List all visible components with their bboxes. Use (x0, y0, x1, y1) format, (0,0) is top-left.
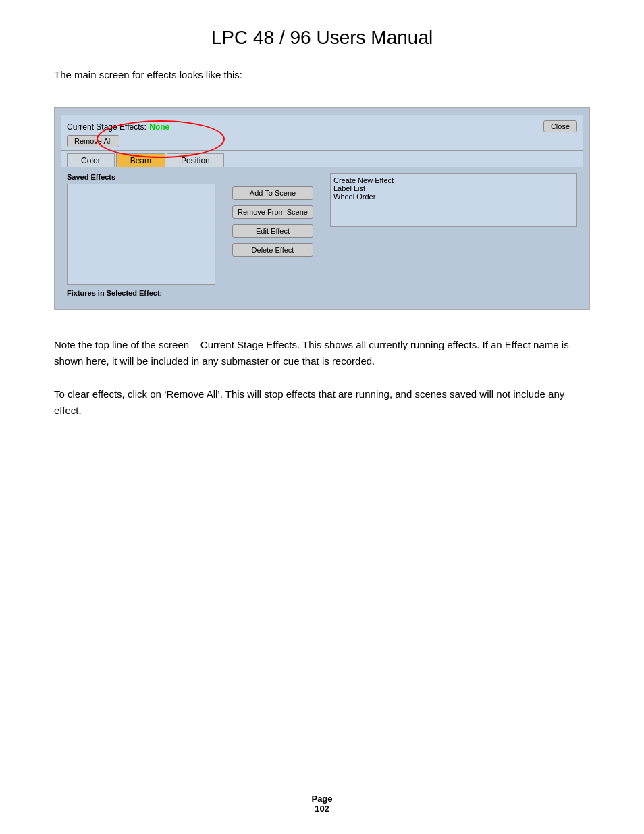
remove-from-scene-button[interactable]: Remove From Scene (232, 205, 313, 219)
edit-effect-button[interactable]: Edit Effect (232, 224, 313, 238)
body-text-1: Note the top line of the screen – Curren… (0, 330, 644, 380)
right-panel: Create New Effect Label List Wheel Order (330, 173, 577, 297)
current-stage-label: Current Stage Effects: None (67, 120, 169, 132)
tab-beam[interactable]: Beam (116, 153, 165, 167)
footer-hr-left (54, 804, 291, 804)
tab-color[interactable]: Color (67, 153, 115, 167)
fixtures-label: Fixtures in Selected Effect: (67, 289, 215, 297)
label-list-item[interactable]: Label List (333, 184, 574, 192)
wheel-order-item[interactable]: Wheel Order (333, 192, 574, 201)
remove-all-button[interactable]: Remove All (67, 135, 119, 147)
effects-window: Current Stage Effects: None Remove All C… (61, 115, 583, 303)
tabs-row: Color Beam Position (61, 151, 583, 167)
delete-effect-button[interactable]: Delete Effect (232, 243, 313, 257)
footer-center: Page 102 (291, 793, 352, 814)
create-new-effect-item[interactable]: Create New Effect (333, 176, 574, 184)
add-to-scene-button[interactable]: Add To Scene (232, 186, 313, 200)
saved-effects-label: Saved Effects (67, 173, 215, 181)
left-panel: Saved Effects Fixtures in Selected Effec… (67, 173, 215, 297)
page-title: LPC 48 / 96 Users Manual (0, 0, 644, 62)
footer-hr-right (353, 804, 590, 804)
middle-panel: Add To Scene Remove From Scene Edit Effe… (222, 173, 323, 297)
page-footer: Page 102 (0, 793, 644, 814)
right-list-box[interactable]: Create New Effect Label List Wheel Order (330, 173, 577, 227)
tab-position[interactable]: Position (167, 153, 224, 167)
intro-text: The main screen for effects looks like t… (0, 62, 644, 94)
screenshot-container: Current Stage Effects: None Remove All C… (54, 107, 590, 310)
fixtures-section: Fixtures in Selected Effect: (67, 289, 215, 297)
saved-effects-list[interactable] (67, 184, 215, 285)
current-stage-section: Current Stage Effects: None Remove All (67, 120, 169, 147)
body-text-2: To clear effects, click on ‘Remove All’.… (0, 380, 644, 429)
window-top-bar: Current Stage Effects: None Remove All C… (61, 115, 583, 151)
window-body: Saved Effects Fixtures in Selected Effec… (61, 167, 583, 303)
close-button[interactable]: Close (543, 120, 577, 132)
